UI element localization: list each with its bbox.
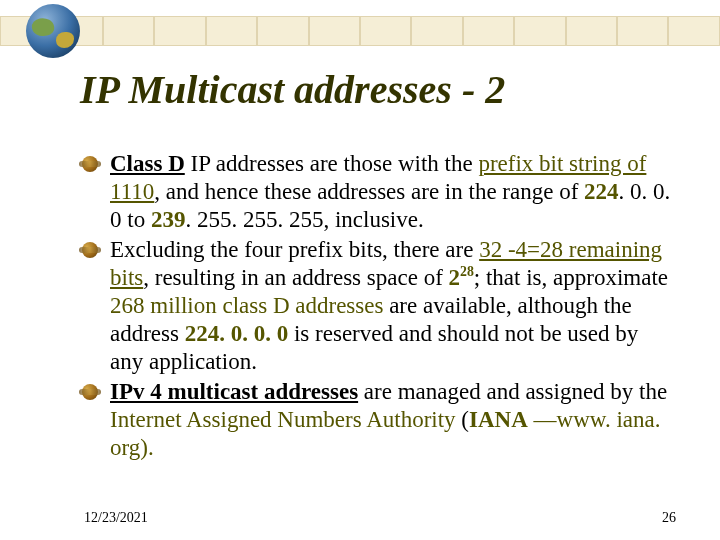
footer-page-number: 26 bbox=[662, 510, 676, 526]
footer-date: 12/23/2021 bbox=[84, 510, 148, 526]
text: 224 bbox=[584, 179, 619, 204]
text: ( bbox=[456, 407, 469, 432]
text: Excluding the four prefix bits, there ar… bbox=[110, 237, 479, 262]
text: , and hence these addresses are in the r… bbox=[154, 179, 584, 204]
text: 268 million class D addresses bbox=[110, 293, 383, 318]
text: 239 bbox=[151, 207, 186, 232]
bullet-3: IPv 4 multicast addresses are managed an… bbox=[82, 378, 674, 464]
bullet-icon bbox=[82, 384, 98, 400]
text: Class D bbox=[110, 151, 185, 176]
text: 2 bbox=[449, 265, 461, 290]
content-area: Class D IP addresses are those with the … bbox=[82, 150, 674, 465]
slide-title: IP Multicast addresses - 2 bbox=[80, 66, 505, 113]
text: 28 bbox=[460, 265, 474, 280]
text: ; that is, approximate bbox=[474, 265, 668, 290]
bullet-icon bbox=[82, 242, 98, 258]
text: to bbox=[122, 207, 151, 232]
text: , resulting in an address space of bbox=[143, 265, 448, 290]
text: IP addresses are those with the bbox=[185, 151, 479, 176]
header-background bbox=[0, 0, 720, 62]
text: IPv 4 multicast addresses bbox=[110, 379, 358, 404]
bullet-icon bbox=[82, 156, 98, 172]
text: . 255. 255. 255, inclusive. bbox=[185, 207, 423, 232]
globe-icon bbox=[26, 4, 80, 58]
text: 224. 0. 0. 0 bbox=[185, 321, 289, 346]
text: — bbox=[528, 407, 557, 432]
grid-strip bbox=[0, 16, 720, 46]
text: IANA bbox=[469, 407, 528, 432]
text: ). bbox=[140, 435, 153, 460]
text: are managed and assigned by the bbox=[358, 379, 667, 404]
bullet-2: Excluding the four prefix bits, there ar… bbox=[82, 236, 674, 378]
text: Internet Assigned Numbers Authority bbox=[110, 407, 456, 432]
bullet-1: Class D IP addresses are those with the … bbox=[82, 150, 674, 236]
